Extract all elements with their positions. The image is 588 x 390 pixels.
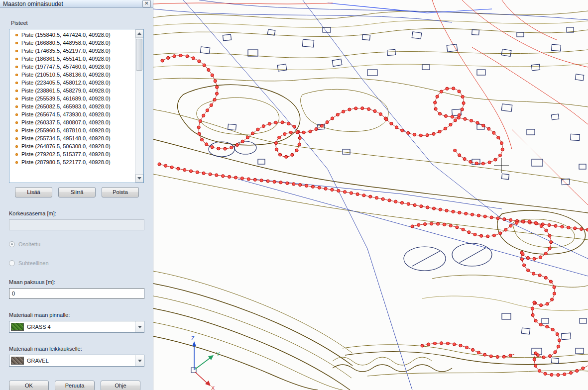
point-list-item[interactable]: Piste (155840.5, 447424.0, 40928.0)	[10, 31, 135, 39]
contour-lines	[153, 11, 588, 390]
scroll-thumb[interactable]	[136, 39, 142, 71]
building-outline	[477, 70, 485, 75]
gravel-texture-swatch	[11, 357, 24, 365]
scroll-track[interactable]	[135, 38, 143, 174]
close-icon: ✕	[144, 0, 148, 6]
point-list-item[interactable]: Piste (223405.5, 458012.0, 40928.0)	[10, 79, 135, 87]
help-button[interactable]: Ohje	[101, 381, 140, 390]
point-list-item-label: Piste (265674.5, 473930.0, 40928.0)	[21, 111, 111, 117]
points-listbox[interactable]: Piste (155840.5, 447424.0, 40928.0)Piste…	[9, 29, 144, 183]
cancel-button[interactable]: Peruuta	[55, 381, 95, 390]
scroll-down-button[interactable]	[135, 174, 143, 183]
building-outline	[575, 74, 584, 81]
point-list-item[interactable]: Piste (260337.5, 480807.0, 40928.0)	[10, 118, 135, 126]
building-outline	[332, 59, 342, 67]
building-outline	[447, 44, 457, 52]
building-outline	[551, 114, 559, 120]
point-list-item[interactable]: Piste (255960.5, 487810.0, 40928.0)	[10, 126, 135, 134]
surface-material-value: GRASS 4	[27, 324, 135, 330]
building-outline	[531, 64, 540, 71]
building-outline	[412, 32, 421, 39]
building-outline	[580, 318, 587, 323]
close-button[interactable]: ✕	[142, 0, 151, 7]
point-bullet-icon	[15, 58, 18, 60]
point-list-item[interactable]: Piste (264876.5, 506308.0, 40928.0)	[10, 142, 135, 150]
building-outline	[552, 44, 561, 51]
surface-material-dropdown-button[interactable]	[135, 321, 144, 332]
point-list-item-label: Piste (238861.5, 458279.0, 40928.0)	[21, 88, 111, 94]
point-bullet-icon	[15, 129, 18, 132]
point-list-item-label: Piste (166880.5, 448958.0, 40928.0)	[21, 40, 111, 46]
elevation-input	[9, 219, 144, 230]
remove-point-button[interactable]: Poista	[102, 187, 139, 197]
terrain-point-chains	[159, 56, 588, 375]
point-list-item[interactable]: Piste (255539.5, 461689.0, 40928.0)	[10, 95, 135, 102]
radio-assigned-icon	[9, 241, 15, 247]
cad-viewport[interactable]: Z Y X	[153, 0, 588, 390]
thickness-input[interactable]	[9, 288, 144, 299]
building-outline	[521, 328, 530, 334]
point-bullet-icon	[15, 98, 18, 100]
point-list-item[interactable]: Piste (279202.5, 515377.0, 40928.0)	[10, 150, 135, 158]
road-lines	[153, 0, 588, 205]
radio-option-relative[interactable]: Suhteellinen	[9, 260, 144, 266]
building-outline	[228, 124, 236, 130]
point-list-item[interactable]: Piste (238861.5, 458279.0, 40928.0)	[10, 87, 135, 95]
add-point-button[interactable]: Lisää	[15, 187, 52, 197]
point-list-item-label: Piste (255539.5, 461689.0, 40928.0)	[21, 96, 111, 101]
cut-material-dropdown-button[interactable]	[135, 355, 144, 366]
building-outline	[258, 159, 265, 164]
terrain-properties-dialog: Maaston ominaisuudet ✕ Pisteet Piste (15…	[0, 0, 153, 390]
cut-material-value: GRAVEL	[27, 358, 135, 364]
terrain-point-dots	[385, 87, 504, 165]
move-point-button[interactable]: Siirrä	[58, 187, 96, 197]
building-outline	[343, 149, 350, 154]
building-outline	[527, 129, 535, 135]
building-outline	[302, 39, 314, 47]
building-outline	[501, 104, 512, 111]
building-outline	[501, 49, 511, 57]
map-canvas: Z Y X	[153, 0, 588, 390]
point-list-item[interactable]: Piste (197747.5, 457460.0, 40928.0)	[10, 63, 135, 71]
point-list-item[interactable]: Piste (174635.5, 452197.0, 40928.0)	[10, 47, 135, 55]
building-outline	[552, 358, 559, 363]
point-bullet-icon	[15, 82, 18, 84]
point-list-item-label: Piste (264876.5, 506308.0, 40928.0)	[21, 143, 111, 149]
radio-option-assigned[interactable]: Osoitettu	[9, 241, 144, 247]
dialog-titlebar: Maaston ominaisuudet ✕	[0, 0, 153, 8]
point-bullet-icon	[15, 90, 18, 92]
building-outline	[387, 49, 396, 55]
point-bullet-icon	[15, 153, 18, 156]
point-list-item-label: Piste (279202.5, 515377.0, 40928.0)	[21, 151, 111, 157]
application-window: Maaston ominaisuudet ✕ Pisteet Piste (15…	[0, 0, 588, 390]
points-group-label: Pisteet	[11, 20, 144, 26]
points-list-items: Piste (155840.5, 447424.0, 40928.0)Piste…	[9, 29, 135, 183]
radio-relative-label: Suhteellinen	[18, 260, 49, 266]
cut-material-label: Materiaali maan leikkaukselle:	[9, 346, 144, 352]
building-outline	[200, 47, 210, 54]
point-list-item[interactable]: Piste (186361.5, 455141.0, 40928.0)	[10, 55, 135, 63]
point-list-item[interactable]: Piste (265674.5, 473930.0, 40928.0)	[10, 110, 135, 118]
building-outline	[277, 64, 287, 71]
point-list-item[interactable]: Piste (210510.5, 458136.0, 40928.0)	[10, 71, 135, 79]
cut-material-dropdown[interactable]: GRAVEL	[9, 355, 144, 367]
axis-triad: Z Y X	[191, 335, 220, 390]
surface-material-dropdown[interactable]: GRASS 4	[9, 321, 144, 333]
point-list-item[interactable]: Piste (287980.5, 522177.0, 40928.0)	[10, 158, 135, 166]
point-list-item[interactable]: Piste (166880.5, 448958.0, 40928.0)	[10, 39, 135, 47]
point-bullet-icon	[15, 145, 18, 148]
point-list-item[interactable]: Piste (255734.5, 495148.0, 40928.0)	[10, 134, 135, 142]
points-list-scrollbar[interactable]	[135, 29, 143, 183]
point-list-item[interactable]: Piste (265082.5, 465983.0, 40928.0)	[10, 102, 135, 110]
point-bullet-icon	[15, 34, 18, 36]
building-outline	[532, 159, 543, 166]
building-outline	[367, 70, 377, 76]
point-list-item-label: Piste (197747.5, 457460.0, 40928.0)	[21, 64, 111, 70]
axis-y-label: Y	[216, 351, 220, 357]
ok-button[interactable]: OK	[9, 381, 49, 390]
dialog-title: Maaston ominaisuudet	[3, 0, 142, 7]
terrain-point-dots	[411, 220, 553, 260]
axis-x-label: X	[211, 385, 215, 390]
building-outline	[422, 65, 430, 70]
scroll-up-button[interactable]	[135, 29, 143, 38]
